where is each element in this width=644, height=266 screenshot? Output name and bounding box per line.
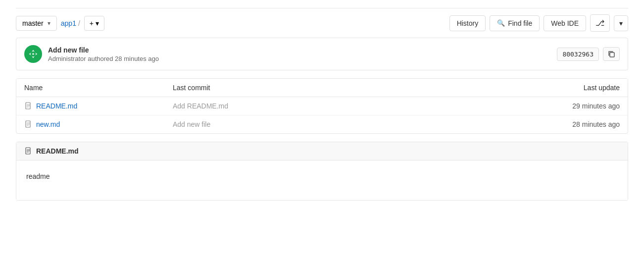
file-name-cell: new.md <box>24 120 173 128</box>
network-button[interactable]: ⎇ <box>590 14 610 32</box>
commit-left: Add new file Administrator authored 28 m… <box>24 45 159 63</box>
web-ide-label: Web IDE <box>551 19 579 27</box>
network-icon: ⎇ <box>595 18 604 28</box>
branch-label: master <box>22 19 44 27</box>
last-commit-cell: Add README.md <box>173 102 521 110</box>
search-icon: 🔍 <box>497 19 505 27</box>
svg-rect-6 <box>610 53 614 57</box>
table-row: README.md Add README.md 29 minutes ago <box>16 97 628 115</box>
file-name-link[interactable]: new.md <box>36 120 60 128</box>
file-icon <box>24 102 32 110</box>
commit-meta: Administrator authored 28 minutes ago <box>48 55 159 62</box>
file-name-link[interactable]: README.md <box>36 102 77 110</box>
avatar <box>24 45 42 63</box>
add-chevron-icon: ▾ <box>96 19 99 27</box>
last-update-cell: 29 minutes ago <box>521 102 620 110</box>
file-table: Name Last commit Last update README.md A… <box>16 78 628 134</box>
find-file-button[interactable]: 🔍 Find file <box>490 15 540 31</box>
breadcrumb-path[interactable]: app1 <box>61 19 76 27</box>
breadcrumb-separator: / <box>78 19 80 27</box>
commit-card: Add new file Administrator authored 28 m… <box>16 38 628 70</box>
find-file-label: Find file <box>508 19 532 27</box>
breadcrumb: app1 / <box>61 19 80 27</box>
file-rows-container: README.md Add README.md 29 minutes ago n… <box>16 97 628 133</box>
more-options-button[interactable]: ▾ <box>614 15 628 31</box>
toolbar-left: master ▾ app1 / + ▾ <box>16 16 104 31</box>
file-icon <box>24 147 32 155</box>
readme-content: readme <box>16 160 628 200</box>
last-commit-cell: Add new file <box>173 120 521 128</box>
add-icon: + <box>90 19 94 27</box>
file-icon <box>24 120 32 128</box>
history-label: History <box>457 19 479 27</box>
web-ide-button[interactable]: Web IDE <box>544 15 586 31</box>
commit-info: Add new file Administrator authored 28 m… <box>48 46 159 62</box>
more-options-chevron-icon: ▾ <box>619 19 623 27</box>
add-file-button[interactable]: + ▾ <box>84 16 104 31</box>
col-name-header: Name <box>24 84 173 92</box>
branch-selector[interactable]: master ▾ <box>16 16 57 31</box>
copy-hash-button[interactable] <box>603 47 620 61</box>
branch-chevron-icon: ▾ <box>48 20 50 27</box>
toolbar: master ▾ app1 / + ▾ History 🔍 Find file <box>16 8 628 38</box>
history-button[interactable]: History <box>449 15 486 31</box>
commit-right: 80032963 <box>557 47 620 61</box>
col-update-header: Last update <box>521 84 620 92</box>
commit-message[interactable]: Add new file <box>48 46 159 54</box>
col-commit-header: Last commit <box>173 84 521 92</box>
table-row: new.md Add new file 28 minutes ago <box>16 115 628 133</box>
toolbar-right: History 🔍 Find file Web IDE ⎇ ▾ <box>449 14 628 32</box>
file-table-header: Name Last commit Last update <box>16 79 628 97</box>
file-name-cell: README.md <box>24 102 173 110</box>
commit-hash[interactable]: 80032963 <box>557 48 599 61</box>
readme-header: README.md <box>16 142 628 160</box>
readme-text: readme <box>26 172 50 180</box>
readme-title: README.md <box>36 147 79 155</box>
svg-point-5 <box>32 53 34 55</box>
readme-section: README.md readme <box>16 142 628 201</box>
last-update-cell: 28 minutes ago <box>521 120 620 128</box>
copy-icon <box>607 50 615 58</box>
